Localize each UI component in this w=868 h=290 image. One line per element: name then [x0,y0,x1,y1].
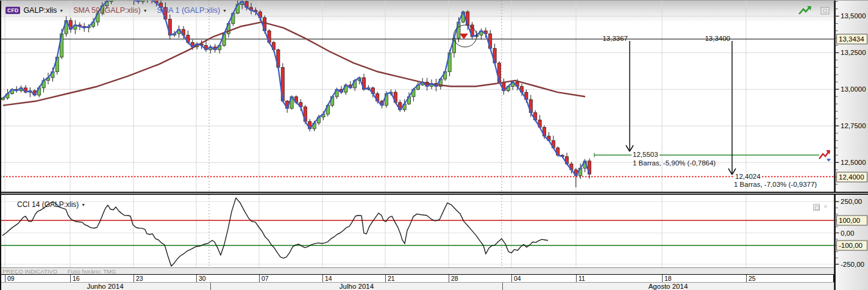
date-axis[interactable]: 091623300714212804111825 [0,274,834,282]
chevron-down-icon[interactable]: ▼ [222,9,227,13]
target-price-label: 12,4024 [734,173,762,181]
panel-separator[interactable] [0,192,868,195]
chevron-down-icon[interactable]: ▼ [59,9,63,13]
cci-box-label: -100,00 [839,242,863,249]
candles-layer [1,1,591,187]
month-label: Julho 2014 [210,283,502,290]
instrument-selector[interactable]: GALP:xlis [23,6,57,15]
measure-start-price-label: 13,3367 [567,35,628,43]
cci-indicator-selector[interactable]: CCI 14 (GALP:xlis) ▼ [17,200,85,209]
target-price-label: 12,5503 [631,151,660,159]
price-alert-icon[interactable] [819,150,831,162]
date-tick: 14 [322,275,385,282]
price-tick-label: 12,7500 [841,122,866,129]
maximize-icon[interactable] [821,7,829,14]
indicator-sma50[interactable]: SMA 50 (GALP:xlis) [73,6,140,15]
date-tick: 04 [511,275,576,282]
price-tick-label: 12,5000 [841,159,866,166]
month-label: Junho 2014 [0,283,210,290]
cci-chart-canvas[interactable] [0,195,834,267]
price-tick-label: 13,0000 [841,85,866,93]
trading-chart-window: CFD GALP:xlis ▼ SMA 50 (GALP:xlis) ▼ SMA… [0,0,868,290]
month-label: Agosto 2014 [502,283,833,290]
price-box-label: 12,4000 [839,173,864,181]
chevron-down-icon[interactable]: ▼ [81,203,85,207]
date-tick: 21 [385,275,449,282]
chart-header: CFD GALP:xlis ▼ SMA 50 (GALP:xlis) ▼ SMA… [5,5,227,15]
date-tick: 16 [70,275,133,282]
cci-panel-controls: × [813,204,829,211]
cci-indicator-label: CCI 14 (GALP:xlis) [17,200,79,209]
price-axis-gutter[interactable]: 13,500013,250013,000012,750012,500013,34… [834,1,868,290]
measure-start-price-label: 13,3400 [669,35,730,43]
window-left-border [0,1,1,290]
measure-result-label: 1 Barras, -7,03% (-0,9377) [734,181,817,189]
cci-panel[interactable] [0,195,834,267]
chevron-down-icon[interactable]: ▼ [143,9,148,13]
cci-grid-layer [0,195,834,267]
month-axis[interactable]: Junho 2014Julho 2014Agosto 2014 [0,282,834,290]
chart-toolbar-right [797,5,833,17]
price-axis-canvas[interactable]: 13,500013,250013,000012,750012,500013,34… [836,1,868,290]
date-tick: 23 [133,275,196,282]
date-tick: 28 [449,275,511,282]
cci-tick-label: -250,00 [841,261,864,268]
date-tick: 09 [5,275,70,282]
restore-panel-icon[interactable] [813,204,820,211]
date-tick: 30 [196,275,259,282]
indicator-sma1[interactable]: SMA 1 (GALP:xlis) [157,6,221,15]
indicative-price-notice: PREÇO INDICATIVO [2,268,57,274]
measure-result-label: 1 Barras, -5,90% (-0,7864) [633,159,716,167]
close-panel-icon[interactable]: × [822,204,829,211]
price-tick-label: 13,2500 [841,49,866,56]
date-tick: 07 [259,275,322,282]
price-tick-label: 13,5000 [841,12,866,20]
status-strip: PREÇO INDICATIVO Fuso horário: TMG [0,267,834,274]
sell-marker-icon [460,34,468,39]
timezone-label: Fuso horário: TMG [68,268,116,274]
cci-box-label: 100,00 [839,217,860,224]
cci-tick-label: 0,00 [841,230,854,237]
date-tick: 18 [662,275,746,282]
cci-tick-label: 250,00 [841,198,862,205]
date-tick: 11 [576,275,662,282]
cfd-badge: CFD [5,7,20,14]
trend-arrow-icon[interactable] [799,6,811,14]
price-box-label: 13,3434 [839,35,864,43]
date-tick: 25 [746,275,833,282]
